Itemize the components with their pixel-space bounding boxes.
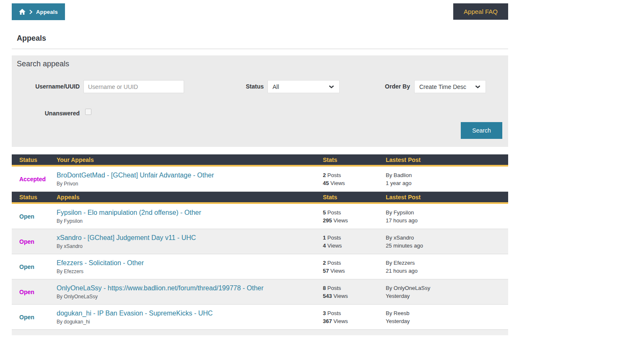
- order-by-select[interactable]: Create Time Desc: [414, 80, 486, 93]
- appeal-faq-button[interactable]: Appeal FAQ: [453, 3, 508, 20]
- last-post-time: 25 minutes ago: [386, 243, 508, 249]
- stats-cell: 2 Posts 45 Views: [323, 172, 386, 186]
- posts-count: 1 Posts: [323, 235, 386, 241]
- lastest-post-cell: By Badlion 1 year ago: [386, 172, 508, 186]
- title-divider: [12, 49, 508, 49]
- status-cell: Open: [12, 238, 57, 245]
- status-badge: Open: [12, 289, 34, 295]
- posts-count: 3 Posts: [323, 310, 386, 316]
- views-count: 543 Views: [323, 293, 386, 299]
- column-header-status: Status: [12, 156, 57, 163]
- page-title: Appeals: [17, 34, 508, 43]
- appeal-title-link[interactable]: xSandro - [GCheat] Judgement Day v11 - U…: [57, 234, 323, 242]
- status-cell: Open: [12, 213, 57, 220]
- table-row[interactable]: Open Efezzers - Solicitation - Other By …: [12, 254, 508, 279]
- search-panel-title: Search appeals: [17, 60, 69, 68]
- appeals-page: Appeals Appeal FAQ Appeals Search appeal…: [12, 3, 508, 335]
- last-post-time: 17 hours ago: [386, 217, 508, 224]
- status-cell: Accepted: [12, 175, 57, 183]
- order-by-select-value: Create Time Desc: [419, 83, 466, 90]
- lastest-post-cell: By OnlyOneLaSsy Yesterday: [386, 285, 508, 299]
- status-badge: Open: [12, 238, 34, 245]
- column-header-status: Status: [12, 194, 57, 201]
- appeal-author: By Efezzers: [57, 269, 323, 274]
- last-post-author: By Fypsilon: [386, 209, 508, 216]
- chevron-right-icon: [29, 10, 32, 14]
- column-header-lastest-post: Lastest Post: [386, 194, 508, 201]
- username-input[interactable]: [83, 80, 184, 93]
- unanswered-label: Unanswered: [12, 110, 80, 117]
- appeal-author: By OnlyOneLaSsy: [57, 294, 323, 300]
- home-icon[interactable]: [19, 9, 26, 15]
- last-post-author: By xSandro: [386, 235, 508, 241]
- table-row[interactable]: Open dogukan_hi - IP Ban Evasion - Supre…: [12, 305, 508, 330]
- status-cell: Open: [12, 288, 57, 296]
- appeal-title-link[interactable]: dogukan_hi - IP Ban Evasion - SupremeKic…: [57, 310, 323, 317]
- lastest-post-cell: By xSandro 25 minutes ago: [386, 235, 508, 249]
- appeal-title-link[interactable]: Efezzers - Solicitation - Other: [57, 259, 323, 267]
- order-by-label: Order By: [368, 83, 410, 90]
- appeal-author: By Fypsilon: [57, 218, 323, 224]
- last-post-author: By Reesb: [386, 310, 508, 316]
- lastest-post-cell: By Reesb Yesterday: [386, 310, 508, 324]
- appeal-title-link[interactable]: OnlyOneLaSsy - https://www.badlion.net/f…: [57, 284, 323, 292]
- table-row[interactable]: Open Fypsilon - Elo manipulation (2nd of…: [12, 204, 508, 229]
- views-count: 367 Views: [323, 318, 386, 324]
- appeals-tables: Status Your Appeals Stats Lastest Post A…: [12, 154, 508, 335]
- status-cell: Open: [12, 263, 57, 271]
- status-cell: Open: [12, 313, 57, 321]
- views-count: 57 Views: [323, 268, 386, 274]
- status-badge: Accepted: [12, 176, 46, 183]
- top-bar: Appeals Appeal FAQ: [12, 3, 508, 20]
- table-row[interactable]: Accepted BroDontGetMad - [GCheat] Unfair…: [12, 167, 508, 192]
- posts-count: 2 Posts: [323, 260, 386, 266]
- chevron-down-icon: [475, 85, 480, 89]
- appeal-cell: BroDontGetMad - [GCheat] Unfair Advantag…: [57, 172, 323, 187]
- appeal-author: By Privon: [57, 181, 323, 187]
- appeal-author: By xSandro: [57, 243, 323, 249]
- last-post-time: Yesterday: [386, 318, 508, 324]
- breadcrumb[interactable]: Appeals: [12, 3, 65, 20]
- appeal-cell: Efezzers - Solicitation - Other By Efezz…: [57, 259, 323, 274]
- appeals-rows: Open Fypsilon - Elo manipulation (2nd of…: [12, 204, 508, 330]
- partially-visible-row: [12, 330, 508, 335]
- table-row[interactable]: Open OnlyOneLaSsy - https://www.badlion.…: [12, 279, 508, 305]
- status-select-value: All: [273, 83, 279, 90]
- column-header-lastest-post: Lastest Post: [386, 156, 508, 163]
- column-header-your-appeals: Your Appeals: [57, 156, 323, 163]
- search-button[interactable]: Search: [461, 122, 502, 139]
- status-select[interactable]: All: [267, 80, 340, 93]
- stats-cell: 8 Posts 543 Views: [323, 285, 386, 299]
- appeal-cell: xSandro - [GCheat] Judgement Day v11 - U…: [57, 234, 323, 249]
- chevron-down-icon: [329, 85, 334, 89]
- table-row[interactable]: Open xSandro - [GCheat] Judgement Day v1…: [12, 229, 508, 254]
- column-header-appeals: Appeals: [57, 194, 323, 201]
- last-post-time: 1 year ago: [386, 180, 508, 186]
- stats-cell: 1 Posts 4 Views: [323, 235, 386, 249]
- views-count: 45 Views: [323, 180, 386, 186]
- last-post-author: By OnlyOneLaSsy: [386, 285, 508, 291]
- last-post-time: 21 hours ago: [386, 268, 508, 274]
- lastest-post-cell: By Fypsilon 17 hours ago: [386, 209, 508, 224]
- last-post-author: By Efezzers: [386, 260, 508, 266]
- appeal-title-link[interactable]: BroDontGetMad - [GCheat] Unfair Advantag…: [57, 172, 323, 179]
- breadcrumb-current[interactable]: Appeals: [36, 9, 58, 15]
- lastest-post-cell: By Efezzers 21 hours ago: [386, 260, 508, 274]
- appeal-cell: Fypsilon - Elo manipulation (2nd offense…: [57, 209, 323, 224]
- search-appeals-panel: Search appeals Username/UUID Status All …: [12, 55, 508, 147]
- all-appeals-table: Status Appeals Stats Lastest Post Open F…: [12, 192, 508, 330]
- unanswered-checkbox[interactable]: [85, 109, 91, 115]
- last-post-time: Yesterday: [386, 293, 508, 299]
- posts-count: 2 Posts: [323, 172, 386, 178]
- appeal-title-link[interactable]: Fypsilon - Elo manipulation (2nd offense…: [57, 209, 323, 216]
- stats-cell: 5 Posts 295 Views: [323, 209, 386, 224]
- views-count: 4 Views: [323, 243, 386, 249]
- your-appeals-table: Status Your Appeals Stats Lastest Post A…: [12, 154, 508, 192]
- views-count: 295 Views: [323, 217, 386, 224]
- appeal-author: By dogukan_hi: [57, 319, 323, 325]
- status-badge: Open: [12, 263, 34, 270]
- table-header-row: Status Appeals Stats Lastest Post: [12, 192, 508, 204]
- column-header-stats: Stats: [323, 156, 386, 163]
- your-appeals-rows: Accepted BroDontGetMad - [GCheat] Unfair…: [12, 167, 508, 192]
- appeal-cell: dogukan_hi - IP Ban Evasion - SupremeKic…: [57, 310, 323, 325]
